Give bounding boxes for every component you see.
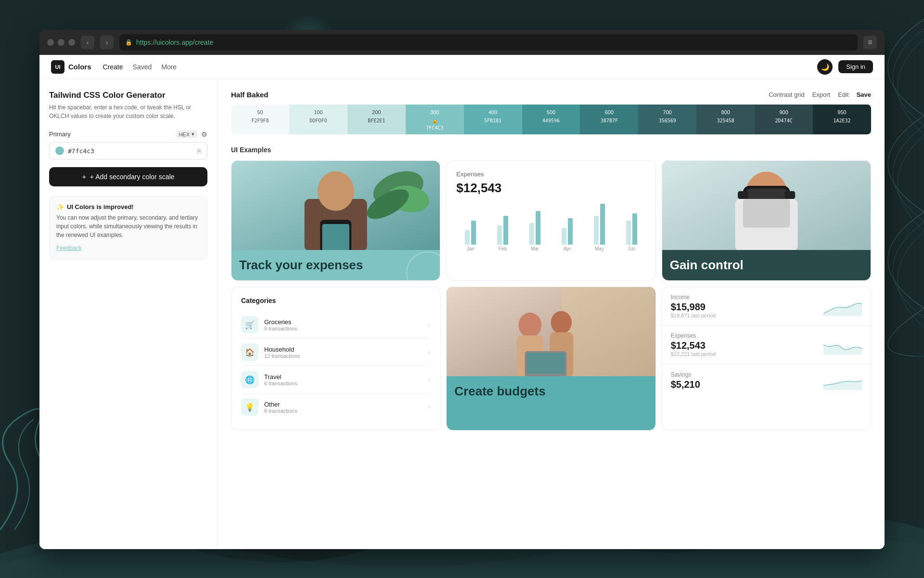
primary-label-right: HEX ▾ ⚙ [176, 130, 207, 138]
track-title: Track your expenses [239, 258, 432, 273]
announcement-emoji: ✨ [56, 203, 64, 210]
track-content: Track your expenses [231, 250, 440, 280]
income-label: Income [671, 294, 716, 301]
sidebar-title: Tailwind CSS Color Generator [49, 91, 207, 100]
browser-window: ‹ › 🔒 https://uicolors.app/create ≡ UI C… [39, 30, 885, 549]
contrast-grid-button[interactable]: Contrast grid [769, 91, 804, 98]
expenses-chart-label: Expenses [456, 171, 645, 178]
add-icon: + [82, 173, 86, 181]
swatch-950[interactable]: 950 1A2E32 [813, 105, 871, 134]
category-travel: 🌐 Travel 6 transactions › [241, 366, 430, 394]
card-stats: Income $15,989 $18,871 last period [662, 287, 871, 431]
budget-title: Create budgets [454, 384, 647, 399]
browser-back-button[interactable]: ‹ [81, 36, 94, 49]
svg-point-24 [519, 313, 542, 338]
color-scale: 50 F2F9F8 100 DDFOFO 200 BFE2E1 300 🔒 [231, 105, 871, 134]
add-secondary-button[interactable]: + + Add secondary color scale [49, 167, 207, 186]
swatch-900[interactable]: 900 2D474C [755, 105, 813, 134]
swatch-200[interactable]: 200 BFE2E1 [347, 105, 406, 134]
swatch-50[interactable]: 50 F2F9F8 [231, 105, 289, 134]
nav-item-more[interactable]: More [161, 61, 177, 73]
category-groceries: 🛒 Groceries 9 transactions › [241, 311, 430, 339]
edit-button[interactable]: Edit [838, 91, 848, 98]
announcement-box: ✨ UI Colors is improved! You can now adj… [49, 196, 207, 259]
settings-icon[interactable]: ⚙ [201, 131, 207, 138]
svg-rect-18 [784, 191, 795, 199]
expenses-stat-amount: $12,543 [671, 340, 716, 351]
circle-decoration [406, 251, 440, 281]
savings-info: Savings $5,210 [671, 371, 700, 390]
sign-in-button[interactable]: Sign in [838, 60, 873, 73]
sidebar: Tailwind CSS Color Generator Hit the spa… [39, 79, 218, 549]
travel-arrow: › [428, 376, 430, 383]
primary-label-text: Primary [49, 131, 71, 138]
save-button[interactable]: Save [857, 91, 871, 98]
address-bar[interactable]: 🔒 https://uicolors.app/create [119, 34, 858, 51]
gain-image [662, 161, 871, 250]
budget-content: Create budgets [447, 376, 655, 407]
nav-item-create[interactable]: Create [103, 61, 123, 73]
theme-toggle-button[interactable]: 🌙 [817, 59, 833, 75]
primary-label-row: Primary HEX ▾ ⚙ [49, 130, 207, 138]
announcement-title: ✨ UI Colors is improved! [56, 203, 200, 210]
browser-menu-button[interactable]: ≡ [863, 36, 877, 49]
swatch-500[interactable]: 500 449596 [522, 105, 580, 134]
hex-format-badge[interactable]: HEX ▾ [176, 130, 197, 138]
bar-mar: Mar [521, 211, 549, 251]
logo-badge: UI [51, 60, 64, 74]
household-name: Household [264, 346, 423, 353]
browser-url: https://uicolors.app/create [136, 39, 213, 46]
color-value-display: #7fc4c3 [68, 147, 193, 155]
category-household: 🏠 Household 12 transactions › [241, 339, 430, 366]
nav-item-saved[interactable]: Saved [133, 61, 152, 73]
color-input-row[interactable]: #7fc4c3 ⎘ [49, 142, 207, 159]
other-icon: 💡 [241, 398, 258, 416]
household-info: Household 12 transactions [264, 346, 423, 359]
add-secondary-label: + Add secondary color scale [90, 173, 175, 181]
stat-income: Income $15,989 $18,871 last period [662, 287, 871, 326]
color-swatch-preview [55, 146, 64, 155]
browser-forward-button[interactable]: › [100, 36, 114, 49]
travel-info: Travel 6 transactions [264, 373, 423, 386]
svg-point-26 [551, 311, 572, 334]
svg-rect-20 [743, 199, 790, 228]
app-logo: UI Colors [51, 60, 91, 74]
other-name: Other [264, 401, 423, 408]
feedback-link[interactable]: Feedback [56, 245, 82, 251]
browser-dot-red [47, 39, 54, 46]
swatch-300[interactable]: 300 🔒 7FC4C3 [406, 105, 464, 134]
stat-expenses: Expenses $12,543 $10,221 last period [662, 326, 871, 364]
lock-icon: 🔒 [125, 39, 132, 46]
income-sparkline [823, 297, 862, 316]
app-main: Tailwind CSS Color Generator Hit the spa… [39, 79, 885, 549]
examples-grid: Track your expenses Expenses $12,543 [231, 160, 871, 431]
groceries-count: 9 transactions [264, 326, 423, 331]
scale-header: Half Baked Contrast grid Export Edit Sav… [231, 91, 871, 99]
app-header-right: 🌙 Sign in [817, 59, 873, 75]
card-track-expenses: Track your expenses [231, 160, 440, 281]
swatch-800[interactable]: 800 325458 [696, 105, 755, 134]
groceries-name: Groceries [264, 318, 423, 326]
scale-actions: Contrast grid Export Edit Save [769, 91, 871, 98]
card-categories: Categories 🛒 Groceries 9 transactions › … [231, 287, 440, 431]
browser-dot-yellow [58, 39, 64, 46]
travel-name: Travel [264, 373, 423, 381]
expenses-stat-label: Expenses [671, 332, 716, 339]
swatch-600[interactable]: 600 387B7F [580, 105, 638, 134]
swatch-700[interactable]: 700 356569 [638, 105, 696, 134]
card-gain-control: Gain control [662, 160, 871, 281]
other-arrow: › [428, 404, 430, 410]
card-create-budgets: Create budgets [446, 287, 655, 431]
travel-icon: 🌐 [241, 371, 258, 388]
export-button[interactable]: Export [812, 91, 831, 98]
bar-feb: Feb [488, 216, 517, 251]
swatch-100[interactable]: 100 DDFOFO [289, 105, 347, 134]
groceries-info: Groceries 9 transactions [264, 318, 423, 331]
sidebar-description: Hit the spacebar, enter a hex code, or t… [49, 103, 207, 120]
swatch-400[interactable]: 400 5FB1B1 [464, 105, 522, 134]
travel-count: 6 transactions [264, 381, 423, 386]
income-info: Income $15,989 $18,871 last period [671, 294, 716, 318]
copy-icon[interactable]: ⎘ [197, 147, 201, 155]
groceries-icon: 🛒 [241, 316, 258, 333]
gain-title: Gain control [670, 258, 863, 273]
